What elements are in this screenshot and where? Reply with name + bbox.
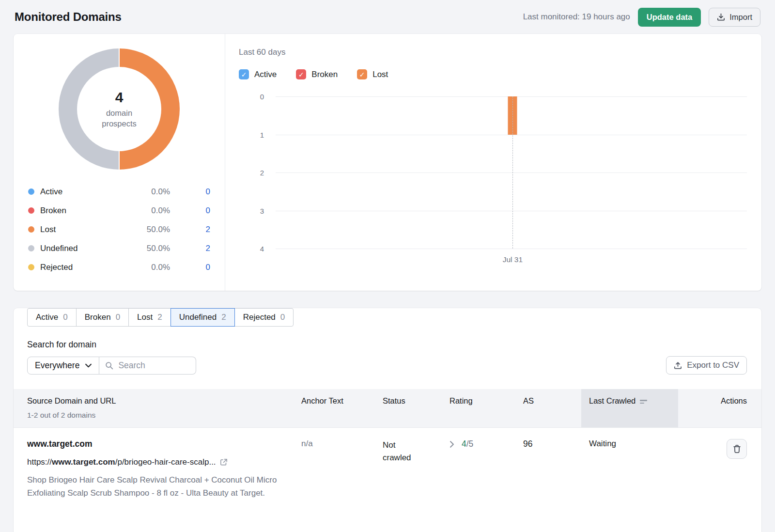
gridline [276,135,747,135]
checkbox-checked-icon[interactable] [296,69,306,79]
column-header-label: Source Domain and URL [27,396,296,406]
domain-prospects-value: 4 [115,89,124,106]
column-header-rating[interactable]: Rating [450,389,523,427]
legend-label: Rejected [40,263,73,272]
tab-count: 2 [221,313,226,322]
legend-row-active: Active 0.0% 0 [28,182,210,201]
domain-prospects-label: domain prospects [93,108,146,129]
broken-dot-icon [28,207,34,214]
import-button[interactable]: Import [709,8,760,27]
tab-lost[interactable]: Lost 2 [128,308,171,327]
gridline [276,172,747,173]
timeline-chart-section: Last 60 days Active Broken Lost 0 1 2 3 … [225,34,761,291]
column-header-as[interactable]: AS [523,389,581,427]
search-scope-value: Everywhere [35,360,79,371]
delete-button[interactable] [727,439,747,459]
rating-cell: 4/5 [450,428,523,449]
download-icon [717,13,725,21]
tab-rejected[interactable]: Rejected 0 [234,308,294,327]
tab-active[interactable]: Active 0 [27,308,77,327]
column-header-anchor-text[interactable]: Anchor Text [301,389,383,427]
filter-checkbox-lost[interactable]: Lost [357,69,388,79]
hover-marker-line [512,96,513,249]
rejected-dot-icon [28,264,34,270]
legend-label: Active [40,187,62,197]
search-icon [105,361,113,370]
export-to-csv-button[interactable]: Export to CSV [666,356,747,375]
column-header-actions: Actions [678,389,761,427]
page-description: Shop Briogeo Hair Care Scalp Revival Cha… [27,473,289,500]
chevron-down-icon [85,363,92,368]
filter-label: Lost [372,70,388,79]
last-crawled-cell: Waiting [581,428,678,449]
tab-count: 0 [116,313,120,322]
plot-grid [276,96,747,249]
x-axis-labels: Jul 31 [276,249,747,265]
legend-percent: 0.0% [126,206,170,216]
legend-percent: 50.0% [126,225,170,235]
legend-row-undefined: Undefined 50.0% 2 [28,239,210,258]
tab-label: Rejected [243,313,276,322]
external-link-icon[interactable] [220,458,228,466]
legend-count-link[interactable]: 0 [184,206,210,216]
checkbox-checked-icon[interactable] [357,69,367,79]
legend-percent: 50.0% [126,244,170,253]
export-button-label: Export to CSV [687,360,739,370]
y-axis-labels: 0 1 2 3 4 [239,96,264,249]
legend-percent: 0.0% [126,187,170,197]
filter-checkbox-active[interactable]: Active [239,69,277,79]
upload-icon [674,361,682,370]
rating-value[interactable]: 4 [462,439,466,449]
tab-count: 0 [280,313,285,322]
update-data-button[interactable]: Update data [638,8,701,27]
legend-label: Lost [40,225,56,235]
status-tabs: Active 0 Broken 0 Lost 2 Undefined 2 Rej… [27,308,294,327]
donut-center: 4 domain prospects [77,67,161,151]
legend-label: Broken [40,206,66,216]
y-tick: 4 [260,245,264,253]
legend-count-link[interactable]: 2 [184,244,210,253]
top-bar: Monitored Domains Last monitored: 19 hou… [0,0,775,34]
legend-count-link[interactable]: 0 [184,263,210,272]
chevron-right-icon[interactable] [450,441,454,448]
filter-checkbox-broken[interactable]: Broken [296,69,338,79]
column-header-source-domain[interactable]: Source Domain and URL 1-2 out of 2 domai… [14,389,301,427]
checkbox-checked-icon[interactable] [239,69,249,79]
status-cell: Not crawled [383,428,421,464]
y-tick: 0 [260,93,264,101]
search-controls-row: Everywhere Export to CSV [27,356,747,375]
column-header-last-crawled[interactable]: Last Crawled [581,389,678,427]
y-tick: 1 [260,130,264,139]
legend-count-link[interactable]: 2 [184,225,210,235]
donut-legend: Active 0.0% 0 Broken 0.0% 0 Lost 50.0% 2… [14,182,225,277]
undefined-dot-icon [28,245,34,251]
import-button-label: Import [729,13,752,22]
search-input[interactable] [118,360,181,371]
domains-table-panel: Active 0 Broken 0 Lost 2 Undefined 2 Rej… [14,308,761,532]
y-tick: 2 [260,169,264,177]
legend-count-link[interactable]: 0 [184,187,210,197]
tab-undefined[interactable]: Undefined 2 [170,308,235,327]
url-domain: www.target.com [52,457,115,467]
actions-cell [678,428,761,459]
y-tick: 3 [260,206,264,215]
tab-broken[interactable]: Broken 0 [76,308,129,327]
source-domain-cell: www.target.com https://www.target.com/p/… [14,428,301,500]
column-header-status[interactable]: Status [383,389,450,427]
overview-panel: 4 domain prospects Active 0.0% 0 Broken … [14,34,761,291]
column-header-label: Last Crawled [589,396,636,406]
search-scope-select[interactable]: Everywhere [27,357,99,375]
page-title: Monitored Domains [15,10,122,24]
legend-row-rejected: Rejected 0.0% 0 [28,258,210,277]
sort-descending-icon [640,400,647,404]
source-domain-link[interactable]: www.target.com [27,439,295,449]
search-box[interactable] [99,357,196,375]
chart-filters: Active Broken Lost [239,69,747,79]
trash-icon [733,444,741,454]
tab-count: 0 [63,313,67,322]
authority-score-cell: 96 [523,428,581,449]
last-monitored-text: Last monitored: 19 hours ago [523,12,630,22]
legend-row-lost: Lost 50.0% 2 [28,220,210,239]
active-dot-icon [28,188,34,195]
source-url[interactable]: https://www.target.com/p/briogeo-hair-ca… [27,457,295,467]
